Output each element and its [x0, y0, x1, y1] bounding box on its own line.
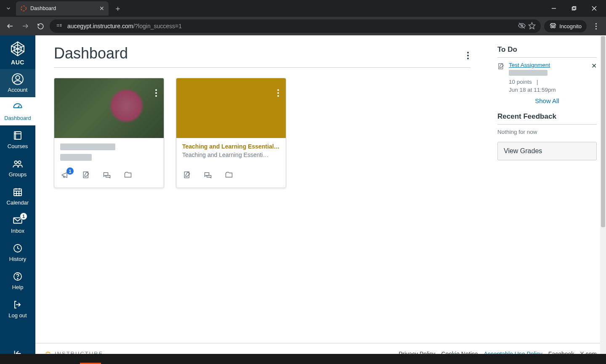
discussions-button[interactable]: [103, 171, 111, 181]
nav-help[interactable]: Help: [0, 266, 35, 295]
help-icon: [12, 271, 24, 282]
nav-groups-label: Groups: [9, 171, 27, 178]
back-button[interactable]: [4, 20, 16, 32]
logout-icon: [12, 299, 24, 311]
url-text: aucegypt.instructure.com/?login_success=…: [67, 23, 514, 29]
institution-name: AUC: [11, 59, 24, 66]
course-card[interactable]: Teaching and Learning Essentials f… Teac…: [176, 78, 286, 188]
tab-close-button[interactable]: ✕: [99, 5, 104, 12]
nav-history[interactable]: History: [0, 238, 35, 266]
window-close-button[interactable]: [585, 2, 603, 15]
discussions-button[interactable]: [204, 171, 212, 181]
nav-calendar-label: Calendar: [7, 199, 29, 206]
avatar-icon: [12, 73, 24, 85]
course-card-actions: [176, 168, 286, 188]
todo-course-redacted: [509, 70, 548, 76]
site-info-icon[interactable]: [55, 22, 63, 30]
nav-account[interactable]: Account: [0, 69, 35, 97]
scrollbar[interactable]: [600, 35, 606, 354]
nav-dashboard-label: Dashboard: [4, 115, 31, 121]
auc-logo-icon: [9, 40, 26, 57]
todo-show-all: Show All: [497, 97, 597, 105]
svg-point-17: [553, 26, 556, 28]
tab-search-button[interactable]: [3, 3, 14, 14]
incognito-icon: [549, 22, 557, 31]
new-tab-button[interactable]: ＋: [112, 3, 124, 14]
eye-off-icon[interactable]: [518, 22, 526, 31]
nav-history-label: History: [9, 256, 26, 262]
assignments-button[interactable]: [183, 171, 191, 181]
tab-title: Dashboard: [30, 5, 56, 11]
svg-marker-14: [529, 22, 535, 29]
course-card-actions: 1: [54, 168, 164, 188]
dashboard-options-button[interactable]: [465, 46, 470, 61]
bookmark-star-icon[interactable]: [528, 22, 536, 31]
svg-point-11: [61, 26, 61, 27]
courses-icon: [12, 130, 24, 141]
tab-favicon-icon: [20, 5, 27, 12]
dashboard-main: Dashboard XXXXXXXXXXXXXX XXXXXXXX: [35, 35, 488, 364]
course-sub-redacted: XXXXXXXX: [60, 154, 92, 161]
nav-help-label: Help: [12, 284, 24, 290]
nav-dashboard[interactable]: Dashboard: [0, 97, 35, 125]
nav-calendar[interactable]: Calendar: [0, 182, 35, 210]
todo-meta: 10 points |: [509, 79, 589, 85]
right-sidebar: To Do Test Assignment 10 points | Jun 18…: [488, 35, 606, 364]
browser-chrome: Dashboard ✕ ＋ aucegypt.instructure.com/?…: [0, 0, 606, 35]
course-title: Teaching and Learning Essentials f…: [182, 143, 280, 150]
main-region: Dashboard XXXXXXXXXXXXXX XXXXXXXX: [35, 35, 606, 364]
files-button[interactable]: [225, 171, 233, 181]
assignments-button[interactable]: [82, 171, 90, 181]
svg-rect-32: [14, 189, 21, 196]
svg-point-31: [18, 161, 21, 164]
todo-link[interactable]: Test Assignment: [509, 62, 550, 68]
browser-toolbar: aucegypt.instructure.com/?login_success=…: [0, 17, 606, 35]
course-card-grid: XXXXXXXXXXXXXX XXXXXXXX 1: [54, 78, 470, 188]
course-card-body: Teaching and Learning Essentials f… Teac…: [176, 138, 286, 168]
forward-button[interactable]: [19, 20, 31, 32]
course-card-menu-button[interactable]: [153, 82, 159, 99]
course-card-menu-button[interactable]: [275, 82, 282, 99]
institution-logo[interactable]: AUC: [0, 35, 35, 69]
reload-button[interactable]: [35, 20, 46, 32]
view-grades-button[interactable]: View Grades: [497, 142, 597, 160]
nav-inbox-label: Inbox: [11, 228, 24, 234]
svg-point-0: [21, 6, 26, 11]
incognito-badge[interactable]: Incognito: [544, 20, 587, 32]
global-nav: AUC Account Dashboard Courses Groups Cal…: [0, 35, 35, 364]
course-card[interactable]: XXXXXXXXXXXXXX XXXXXXXX 1: [54, 78, 164, 188]
feedback-empty-text: Nothing for now: [497, 129, 597, 135]
todo-dismiss-button[interactable]: ✕: [591, 62, 597, 70]
course-card-body: XXXXXXXXXXXXXX XXXXXXXX: [54, 138, 164, 168]
inbox-badge: 1: [20, 213, 27, 220]
window-controls: [545, 2, 606, 15]
course-card-hero: [176, 78, 286, 138]
nav-inbox[interactable]: 1 Inbox: [0, 210, 35, 238]
svg-point-42: [17, 278, 18, 279]
announcements-button[interactable]: 1: [61, 171, 69, 181]
nav-groups[interactable]: Groups: [0, 154, 35, 182]
nav-logout[interactable]: Log out: [0, 295, 35, 323]
browser-menu-button[interactable]: [590, 20, 602, 32]
course-card-hero: [54, 78, 164, 138]
browser-tab[interactable]: Dashboard ✕: [16, 1, 109, 16]
page-header: Dashboard: [54, 45, 470, 68]
todo-due: Jun 18 at 11:59pm: [509, 87, 589, 93]
groups-icon: [12, 158, 24, 170]
tab-strip: Dashboard ✕ ＋: [0, 0, 606, 17]
nav-account-label: Account: [8, 87, 28, 93]
window-minimize-button[interactable]: [545, 2, 563, 15]
show-all-link[interactable]: Show All: [535, 97, 559, 104]
svg-point-10: [61, 24, 61, 25]
course-subtitle: Teaching and Learning Essenti…: [182, 151, 280, 158]
window-maximize-button[interactable]: [565, 2, 583, 15]
svg-point-30: [14, 161, 17, 164]
address-bar[interactable]: aucegypt.instructure.com/?login_success=…: [50, 19, 541, 33]
incognito-label: Incognito: [559, 23, 582, 29]
nav-courses[interactable]: Courses: [0, 125, 35, 154]
assignment-icon: [497, 62, 505, 93]
calendar-icon: [12, 186, 24, 198]
files-button[interactable]: [124, 171, 132, 181]
svg-point-25: [16, 76, 19, 80]
page-title: Dashboard: [54, 45, 128, 62]
